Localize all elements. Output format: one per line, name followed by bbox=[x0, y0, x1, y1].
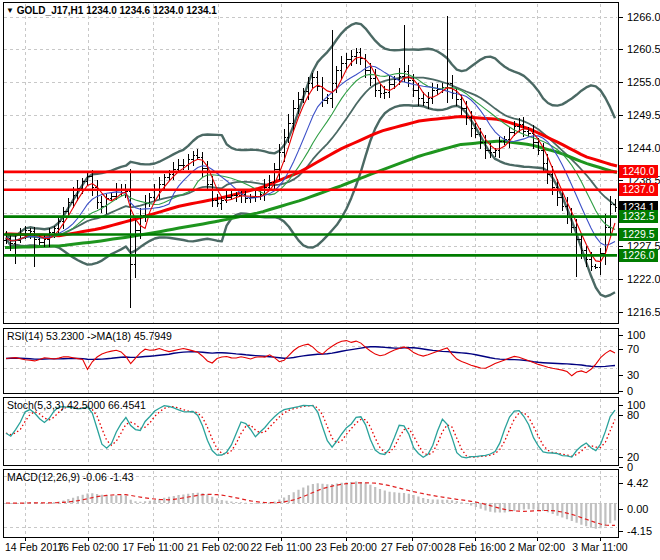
rsi-line bbox=[6, 341, 615, 376]
time-axis-label: 22 Feb 11:00 bbox=[250, 541, 311, 553]
rsi-axis-label: 100 bbox=[627, 329, 645, 342]
rsi-panel-label: RSI(14) 53.2300 ->MA(18) 45.7949 bbox=[7, 330, 172, 342]
macd-axis-label: -4.15 bbox=[627, 525, 652, 538]
time-axis-label: 17 Feb 11:00 bbox=[122, 541, 183, 553]
time-axis-label: 2 Mar 02:00 bbox=[509, 541, 565, 553]
chart-title-text: GOLD_J17,H1 1234.0 1234.6 1234.0 1234.1 bbox=[17, 5, 217, 16]
stoch-panel-label: Stoch(5,3,3) 42.5000 66.4541 bbox=[7, 399, 146, 411]
macd-axis-label: 0.00 bbox=[627, 503, 648, 516]
time-axis-label: 23 Feb 20:00 bbox=[315, 541, 377, 553]
price-axis-label: 1260.5 bbox=[627, 43, 660, 56]
symbol-dropdown-icon[interactable]: ▼ bbox=[6, 6, 14, 15]
price-level-badge: 1226.0 bbox=[619, 249, 658, 262]
rsi-axis-label: 0 bbox=[627, 385, 633, 398]
price-level-badge: 1232.5 bbox=[619, 210, 658, 223]
time-axis-label: 28 Feb 16:00 bbox=[444, 541, 506, 553]
rsi-axis-label: 30 bbox=[627, 369, 639, 382]
time-axis-label: 16 Feb 02:00 bbox=[57, 541, 119, 553]
time-axis-label: 3 Mar 11:00 bbox=[572, 541, 627, 553]
macd-panel-label: MACD(12,26,9) -0.06 -1.43 bbox=[7, 471, 134, 483]
price-axis-label: 1255.0 bbox=[627, 76, 660, 89]
rsi-panel-series bbox=[6, 341, 615, 376]
macd-panel-series bbox=[6, 482, 615, 529]
price-axis-label: 1249.5 bbox=[627, 109, 660, 122]
fast-sma-red bbox=[6, 57, 615, 262]
macd-histogram bbox=[6, 482, 615, 529]
price-axis-label: 1216.5 bbox=[627, 306, 660, 319]
price-panel-series bbox=[4, 16, 617, 308]
price-axis-label: 1244.0 bbox=[627, 142, 660, 155]
time-axis-label: 14 Feb 2017 bbox=[5, 541, 64, 553]
stoch-axis-label: 0 bbox=[627, 461, 633, 474]
price-axis-label: 1222.0 bbox=[627, 273, 660, 286]
trading-chart-window: ▼ GOLD_J17,H1 1234.0 1234.6 1234.0 1234.… bbox=[0, 0, 660, 560]
time-axis-label: 21 Feb 02:00 bbox=[187, 541, 249, 553]
price-level-badge: 1237.0 bbox=[619, 183, 658, 196]
price-axis-label: 1266.0 bbox=[627, 11, 660, 24]
macd-axis-label: 4.42 bbox=[627, 477, 648, 490]
price-level-badge: 1229.5 bbox=[619, 228, 658, 241]
chart-title: ▼ GOLD_J17,H1 1234.0 1234.6 1234.0 1234.… bbox=[6, 5, 217, 16]
rsi-axis-label: 70 bbox=[627, 343, 639, 356]
gridlines bbox=[4, 4, 617, 537]
time-axis-label: 27 Feb 07:00 bbox=[381, 541, 443, 553]
price-level-badge: 1240.0 bbox=[619, 165, 658, 178]
stoch-axis-label: 80 bbox=[627, 409, 639, 422]
